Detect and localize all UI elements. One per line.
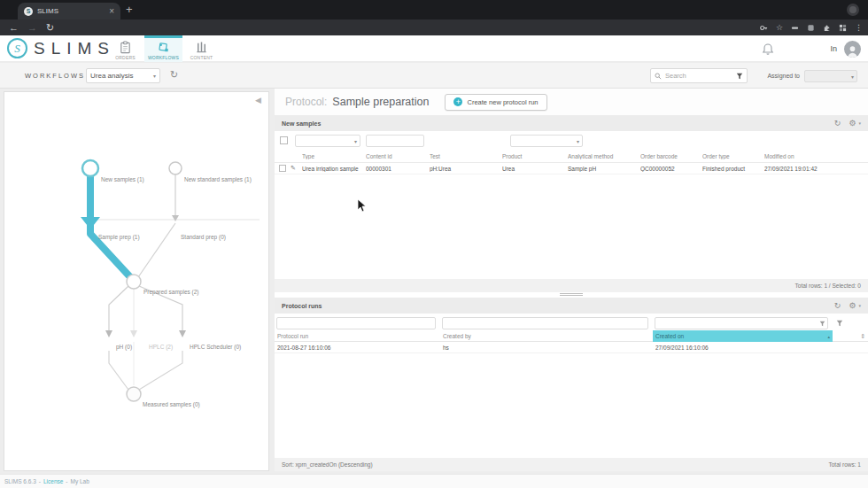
extension-cube-icon[interactable]	[807, 24, 815, 32]
new-samples-title: New samples	[282, 120, 834, 127]
gear-icon[interactable]: ⚙	[849, 120, 856, 128]
extension-grid-icon[interactable]	[839, 24, 847, 32]
new-tab-button[interactable]: +	[126, 3, 133, 16]
ph-branch-arrow	[105, 330, 112, 337]
created-by-filter-input[interactable]	[442, 317, 648, 329]
license-link[interactable]: License	[43, 478, 63, 484]
total-rows-text: Total rows: 1 / Selected: 0	[795, 283, 861, 289]
workflow-diagram[interactable]: New samples (1) New standard samples (1)…	[4, 92, 268, 470]
workflows-section-label: WORKFLOWS	[25, 72, 85, 80]
workflow-refresh-icon[interactable]: ↻	[170, 70, 178, 80]
search-input[interactable]	[665, 72, 732, 80]
reload-icon[interactable]: ↻	[46, 23, 54, 33]
search-box[interactable]	[650, 68, 748, 83]
column-header-test[interactable]: Test	[430, 153, 502, 159]
assigned-to-select[interactable]: ▾	[804, 70, 857, 82]
label-sample-prep: Sample prep (1)	[98, 234, 140, 241]
person-icon	[846, 44, 859, 58]
gear-icon[interactable]: ⚙	[849, 302, 856, 310]
protocol-label: Protocol:	[285, 96, 327, 108]
tab-close-icon[interactable]: ×	[109, 7, 114, 16]
table-row[interactable]: ✎ Urea irrigation sample 00000301 pH:Ure…	[275, 163, 868, 174]
standard-diagonal-line	[138, 223, 175, 277]
password-key-icon[interactable]	[760, 24, 768, 32]
new-samples-filter-row: ▾ ▾	[275, 131, 868, 151]
sort-status-text: Sort: xprn_createdOn (Descending)	[282, 461, 373, 468]
column-header-content-id[interactable]: Content id	[366, 153, 430, 159]
node-new-standard-samples[interactable]	[169, 162, 182, 174]
filter-funnel-icon[interactable]	[836, 320, 843, 327]
workflow-diagram-panel: ◀ New samples (1) New standard samples (…	[4, 91, 269, 471]
type-filter-select[interactable]: ▾	[295, 135, 360, 147]
label-new-samples: New samples (1)	[101, 176, 144, 183]
column-header-order-type[interactable]: Order type	[702, 153, 764, 159]
column-header-created-by[interactable]: Created by	[440, 333, 653, 339]
ph-branch-line	[109, 286, 128, 331]
separator: -	[66, 478, 67, 484]
bookmark-star-icon[interactable]: ☆	[776, 24, 783, 32]
column-options-icon[interactable]: ⇕	[833, 333, 868, 340]
label-prepared-samples: Prepared samples (2)	[143, 289, 199, 296]
cell-order-barcode: QC00000052	[640, 166, 702, 172]
nav-label: CONTENT	[190, 55, 213, 60]
column-header-modified-on[interactable]: Modified on	[764, 153, 868, 159]
node-new-samples[interactable]	[82, 160, 98, 176]
extension-dash-icon[interactable]	[791, 24, 799, 32]
refresh-icon[interactable]: ↻	[834, 120, 841, 128]
mouse-cursor	[357, 198, 367, 213]
node-prepared-samples[interactable]	[127, 275, 141, 289]
select-all-checkbox[interactable]	[280, 136, 288, 144]
sort-ascending-icon: ▴	[827, 334, 830, 339]
edit-pencil-icon[interactable]: ✎	[291, 165, 302, 172]
filter-funnel-icon[interactable]	[736, 73, 743, 80]
column-header-analytical-method[interactable]: Analytical method	[568, 153, 640, 159]
workflow-select-value: Urea analysis	[90, 72, 133, 80]
product-filter-select[interactable]: ▾	[510, 135, 583, 147]
user-name[interactable]: In	[830, 44, 837, 53]
workflow-select[interactable]: Urea analysis ▾	[86, 68, 160, 83]
user-avatar[interactable]	[844, 41, 861, 58]
column-header-created-on[interactable]: Created on ▴	[653, 330, 833, 342]
scheduler-merge-line	[139, 351, 182, 390]
slims-favicon-icon: S	[24, 7, 33, 16]
cell-order-type: Finished product	[702, 166, 764, 172]
forward-icon[interactable]: →	[27, 23, 37, 33]
content-id-filter-input[interactable]	[366, 135, 424, 147]
protocol-runs-header-row: Protocol run Created by Created on ▴ ⇕	[275, 330, 868, 342]
new-samples-titlebar: New samples ↻ ⚙ ▾	[275, 115, 868, 131]
created-on-filter-input[interactable]	[655, 317, 828, 329]
table-row[interactable]: 2021-08-27 16:10:06 hs 27/09/2021 16:10:…	[275, 342, 868, 353]
extensions-puzzle-icon[interactable]	[823, 24, 831, 32]
row-checkbox[interactable]	[279, 165, 286, 172]
protocol-run-filter-input[interactable]	[276, 317, 436, 329]
chevron-down-icon: ▾	[858, 120, 861, 126]
column-header-type[interactable]: Type	[302, 153, 366, 159]
nav-item-orders[interactable]: ORDERS	[106, 35, 144, 62]
column-header-order-barcode[interactable]: Order barcode	[640, 153, 702, 159]
label-measured-samples: Measured samples (0)	[143, 401, 200, 408]
active-route-line	[90, 174, 132, 279]
section-resize-handle[interactable]	[560, 292, 583, 297]
nav-label: ORDERS	[115, 55, 136, 60]
column-header-protocol-run[interactable]: Protocol run	[275, 333, 440, 339]
browser-tab[interactable]: S SLIMS ×	[18, 3, 120, 19]
plus-icon: +	[453, 97, 462, 106]
filter-funnel-icon[interactable]	[819, 321, 825, 327]
total-rows-text: Total rows: 1	[829, 461, 862, 468]
notifications-bell-icon[interactable]	[762, 43, 774, 56]
chevron-down-icon: ▾	[577, 138, 579, 144]
create-protocol-run-button[interactable]: + Create new protocol run	[445, 94, 546, 111]
back-icon[interactable]: ←	[9, 23, 19, 33]
column-header-product[interactable]: Product	[502, 153, 568, 159]
slims-logo-text: SLIMS	[34, 39, 115, 58]
node-measured-samples[interactable]	[127, 387, 141, 401]
protocol-name: Sample preparation	[332, 96, 429, 108]
tab-title: SLIMS	[37, 7, 105, 15]
profile-badge-icon[interactable]	[847, 4, 859, 16]
nav-item-content[interactable]: CONTENT	[182, 35, 221, 62]
protocol-runs-section: Protocol runs ↻ ⚙ ▾ Protocol run Created…	[275, 298, 868, 471]
browser-menu-icon[interactable]: ⋮	[855, 24, 863, 32]
nav-item-workflows[interactable]: WORKFLOWS	[144, 35, 182, 62]
app-header: S SLIMS ORDERS WORKFLOWS	[0, 35, 868, 62]
refresh-icon[interactable]: ↻	[834, 302, 841, 310]
